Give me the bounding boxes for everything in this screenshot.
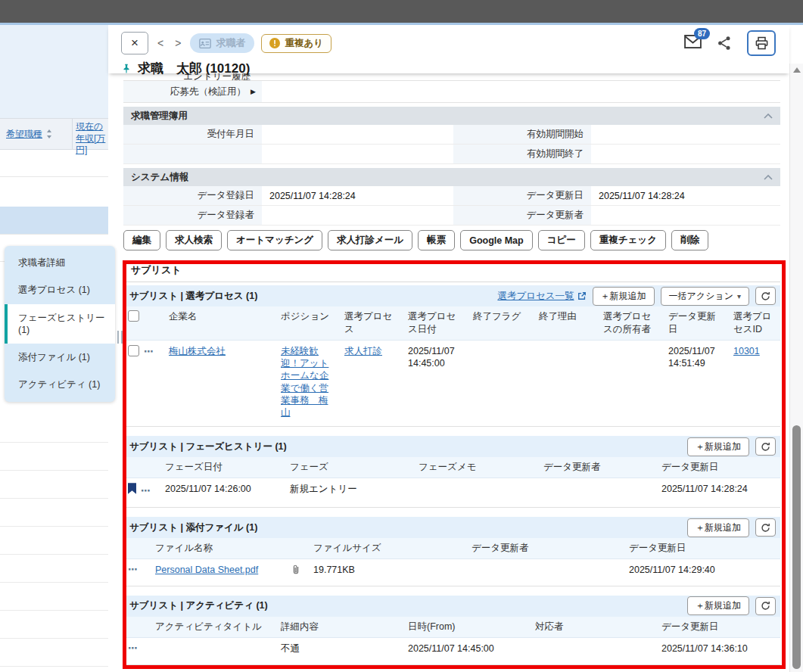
phase-cell: 新規エントリー	[284, 478, 412, 508]
refresh-button[interactable]	[755, 597, 776, 615]
copy-button[interactable]: コピー	[538, 230, 585, 250]
refresh-button[interactable]	[755, 518, 776, 537]
close-button[interactable]: ×	[121, 32, 148, 54]
pushpin-icon[interactable]	[121, 63, 132, 74]
report-button[interactable]: 帳票	[418, 230, 455, 250]
table-header-row: 企業名 ポジション 選考プロセス 選考プロセス日付 終了フラグ 終了理由 選考プ…	[123, 306, 780, 340]
bookmark-icon[interactable]	[128, 483, 136, 494]
google-map-button[interactable]: Google Map	[460, 230, 533, 250]
row-checkbox[interactable]	[128, 345, 139, 356]
share-icon[interactable]	[717, 36, 732, 51]
updated-cell: 2025/11/07 14:36:10	[655, 637, 780, 664]
close-icon: ×	[131, 36, 139, 51]
phase-date-cell: 2025/11/07 14:26:00	[159, 478, 284, 508]
edit-button[interactable]: 編集	[123, 230, 160, 250]
table-row: ⋯ 2025/11/07 14:26:00 新規エントリー 2025/11/07…	[123, 478, 780, 508]
select-all-checkbox[interactable]	[128, 310, 139, 322]
field-label: データ更新日	[453, 186, 591, 205]
col-header: 終了理由	[533, 306, 597, 340]
detail-cell: 不通	[275, 637, 402, 664]
scroll-up-arrow[interactable]	[793, 67, 801, 73]
sublist-header-phase-history: サブリスト | フェーズヒストリー (1) ＋新規追加	[123, 436, 780, 457]
owner-cell	[597, 340, 662, 427]
sublist-header-selection-process: サブリスト | 選考プロセス (1) 選考プロセス一覧 ＋新規追加 一括アクショ…	[123, 285, 780, 306]
job-search-button[interactable]: 求人検索	[166, 230, 222, 250]
mail-count-badge: 87	[694, 28, 710, 39]
sidebar-item-activity[interactable]: アクティビティ (1)	[5, 371, 115, 398]
sublist-title: サブリスト	[123, 258, 780, 282]
sidebar-item-phase-history[interactable]: フェーズヒストリー (1)	[5, 304, 115, 344]
delete-button[interactable]: 削除	[671, 230, 708, 250]
col-header: 企業名	[163, 306, 275, 340]
chevron-up-icon[interactable]	[764, 114, 773, 119]
table-row: ⋯ 梅山株式会社 未経験歓迎！アットホームな企業で働く営業事務 梅山 求人打診 …	[123, 340, 780, 427]
duplicate-warning-badge[interactable]: 重複あり	[261, 34, 331, 53]
updater-cell	[537, 478, 655, 508]
sidebar-item-attachments[interactable]: 添付ファイル (1)	[5, 344, 115, 371]
scrollbar-thumb[interactable]	[792, 425, 801, 669]
left-blue-area	[0, 25, 108, 118]
add-new-button[interactable]: ＋新規追加	[687, 518, 749, 537]
apply-target-label: 応募先（検証用）	[170, 86, 246, 98]
column-link-current-income[interactable]: 現在の年収[万円]	[76, 121, 105, 155]
file-size-cell: 19.771KB	[307, 558, 465, 586]
duplicate-check-button[interactable]: 重複チェック	[590, 230, 666, 250]
selection-process-list-link[interactable]: 選考プロセス一覧	[497, 290, 586, 303]
activity-title-cell	[149, 637, 275, 664]
row-menu-icon[interactable]: ⋯	[144, 346, 154, 357]
sidebar-item-selection-process[interactable]: 選考プロセス (1)	[5, 276, 115, 303]
updated-cell: 2025/11/07 14:29:40	[623, 558, 780, 586]
column-link-desired-job[interactable]: 希望職種	[6, 128, 42, 141]
field-label: データ登録日	[123, 186, 262, 205]
add-new-button[interactable]: ＋新規追加	[593, 287, 655, 306]
mail-button[interactable]: 87	[684, 35, 702, 51]
job-inquiry-mail-button[interactable]: 求人打診メール	[328, 230, 412, 250]
record-nav-menu: 求職者詳細 選考プロセス (1) フェーズヒストリー (1) 添付ファイル (1…	[5, 246, 115, 402]
row-divider	[0, 176, 108, 177]
print-button[interactable]	[747, 30, 776, 56]
col-header: 選考プロセスの所有者	[597, 306, 662, 340]
panel-resize-handle[interactable]	[117, 331, 123, 344]
col-header: 選考プロセス日付	[402, 306, 467, 340]
phase-history-table: フェーズ日付 フェーズ フェーズメモ データ更新者 データ更新日 ⋯ 2025/…	[123, 457, 780, 508]
vertical-scrollbar[interactable]	[789, 64, 803, 672]
prev-record-button[interactable]: <	[155, 37, 166, 49]
field-value: 2025/11/07 14:28:24	[591, 186, 780, 205]
sublist-container: サブリスト サブリスト | 選考プロセス (1) 選考プロセス一覧 ＋新規追加 …	[123, 258, 780, 665]
row-menu-icon[interactable]: ⋯	[141, 485, 151, 496]
sublist-section-title: サブリスト | 選考プロセス (1)	[129, 290, 257, 303]
auto-matching-button[interactable]: オートマッチング	[227, 230, 322, 250]
row-menu-icon[interactable]: ⋯	[128, 642, 139, 654]
position-link[interactable]: 未経験歓迎！アットホームな企業で働く営業事務 梅山	[281, 346, 328, 418]
bulk-action-dropdown[interactable]: 一括アクション ▾	[661, 287, 749, 306]
record-title: 求職 太郎 (10120)	[138, 60, 250, 77]
field-value	[262, 206, 453, 225]
refresh-icon	[761, 291, 770, 301]
refresh-button[interactable]	[755, 437, 776, 456]
row-menu-icon[interactable]: ⋯	[128, 564, 139, 575]
chevron-up-icon[interactable]	[764, 175, 773, 180]
process-id-link[interactable]: 10301	[733, 346, 760, 356]
field-label	[123, 145, 262, 163]
add-new-button[interactable]: ＋新規追加	[687, 596, 749, 615]
expand-arrow-icon[interactable]: ▶	[251, 88, 256, 95]
refresh-button[interactable]	[755, 287, 776, 305]
sublist-header-activity: サブリスト | アクティビティ (1) ＋新規追加	[123, 596, 780, 617]
process-link[interactable]: 求人打診	[344, 346, 382, 356]
sort-icon[interactable]	[46, 129, 52, 138]
file-link[interactable]: Personal Data Sheet.pdf	[155, 564, 258, 576]
next-record-button[interactable]: >	[173, 37, 183, 49]
row-divider	[0, 234, 108, 235]
updater-cell	[465, 558, 623, 586]
company-link[interactable]: 梅山株式会社	[169, 346, 226, 356]
sublist-header-attachments: サブリスト | 添付ファイル (1) ＋新規追加	[123, 517, 780, 538]
sublist-section-title: サブリスト | 添付ファイル (1)	[129, 521, 257, 534]
add-new-button[interactable]: ＋新規追加	[687, 437, 749, 456]
sidebar-item-seeker-detail[interactable]: 求職者詳細	[5, 249, 115, 276]
col-header: フェーズ日付	[159, 457, 284, 478]
section-job-management: 求職管理簿用 受付年月日 有効期間開始 有効期間終了	[123, 107, 780, 164]
activity-table: アクティビティタイトル 詳細内容 日時(From) 対応者 データ更新日 ⋯ 不…	[123, 617, 780, 665]
refresh-icon	[761, 523, 770, 533]
field-value	[591, 145, 780, 163]
section-title: システム情報	[131, 171, 188, 184]
